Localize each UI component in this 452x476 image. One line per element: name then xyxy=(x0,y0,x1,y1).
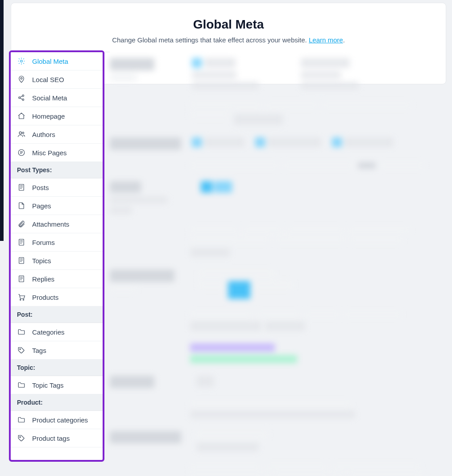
sidebar-section-heading: Post Types: xyxy=(11,162,103,178)
sidebar-item-social-meta[interactable]: Social Meta xyxy=(11,89,103,107)
sidebar-item-replies[interactable]: Replies xyxy=(11,270,103,288)
sidebar-item-product-categories[interactable]: Product categories xyxy=(11,411,103,429)
folder-icon xyxy=(17,327,26,336)
sidebar-section-heading: Post: xyxy=(11,306,103,323)
sidebar-section-heading: Topic: xyxy=(11,360,103,376)
sidebar-item-categories[interactable]: Categories xyxy=(11,323,103,341)
sidebar-item-pages[interactable]: Pages xyxy=(11,197,103,215)
post-icon xyxy=(17,274,26,283)
sidebar-item-attachments[interactable]: Attachments xyxy=(11,215,103,233)
sidebar-item-label: Homepage xyxy=(32,112,65,120)
sidebar-item-products[interactable]: Products xyxy=(11,288,103,306)
sidebar-item-misc-pages[interactable]: Misc Pages xyxy=(11,144,103,162)
page-subtitle: Change Global meta settings that take ef… xyxy=(29,36,428,44)
page-title: Global Meta xyxy=(29,17,428,32)
sidebar-item-label: Topics xyxy=(32,257,51,265)
sidebar-item-label: Replies xyxy=(32,275,54,283)
post-icon xyxy=(17,183,26,192)
subtitle-period: . xyxy=(343,36,345,44)
sidebar-item-label: Categories xyxy=(32,328,65,336)
folder-icon xyxy=(17,415,26,424)
sidebar-item-topics[interactable]: Topics xyxy=(11,252,103,270)
post-icon xyxy=(17,256,26,265)
sidebar-item-product-tags[interactable]: Product tags xyxy=(11,429,103,447)
sidebar-item-local-seo[interactable]: Local SEO xyxy=(11,70,103,89)
sidebar-item-label: Attachments xyxy=(32,220,69,228)
page-icon xyxy=(17,201,26,210)
sidebar-item-label: Products xyxy=(32,294,58,301)
share-icon xyxy=(17,93,26,102)
learn-more-link[interactable]: Learn more xyxy=(309,36,343,44)
sidebar-item-forums[interactable]: Forums xyxy=(11,233,103,252)
post-icon xyxy=(17,238,26,247)
sidebar-item-homepage[interactable]: Homepage xyxy=(11,107,103,125)
admin-bar-sliver xyxy=(0,0,4,241)
settings-sidebar: Global MetaLocal SEOSocial MetaHomepageA… xyxy=(9,50,104,462)
sidebar-item-label: Product tags xyxy=(32,435,70,442)
sidebar-item-label: Social Meta xyxy=(32,94,67,102)
sidebar-item-label: Pages xyxy=(32,202,51,210)
sidebar-item-label: Forums xyxy=(32,239,55,246)
sidebar-item-label: Tags xyxy=(32,347,46,354)
subtitle-text: Change Global meta settings that take ef… xyxy=(112,36,309,44)
sidebar-item-label: Posts xyxy=(32,184,49,191)
sidebar-item-label: Local SEO xyxy=(32,76,64,83)
sidebar-item-label: Product categories xyxy=(32,416,88,424)
sidebar-item-posts[interactable]: Posts xyxy=(11,178,103,197)
sidebar-item-label: Authors xyxy=(32,131,55,138)
tag-icon xyxy=(17,346,26,355)
sidebar-item-tags[interactable]: Tags xyxy=(11,341,103,360)
sidebar-item-label: Global Meta xyxy=(32,58,68,65)
sidebar-item-label: Topic Tags xyxy=(32,381,64,389)
sidebar-item-authors[interactable]: Authors xyxy=(11,125,103,144)
blurred-settings-content xyxy=(110,58,444,473)
tag-icon xyxy=(17,434,26,443)
sidebar-item-topic-tags[interactable]: Topic Tags xyxy=(11,376,103,394)
circle-lines-icon xyxy=(17,148,26,157)
cart-icon xyxy=(17,293,26,302)
sidebar-section-heading: Product: xyxy=(11,394,103,411)
folder-icon xyxy=(17,381,26,389)
home-icon xyxy=(17,112,26,120)
gear-icon xyxy=(17,57,26,66)
users-icon xyxy=(17,130,26,139)
card-header: Global Meta Change Global meta settings … xyxy=(11,14,446,53)
pin-icon xyxy=(17,75,26,84)
clip-icon xyxy=(17,219,26,228)
sidebar-item-global-meta[interactable]: Global Meta xyxy=(11,52,103,70)
sidebar-item-label: Misc Pages xyxy=(32,149,67,157)
